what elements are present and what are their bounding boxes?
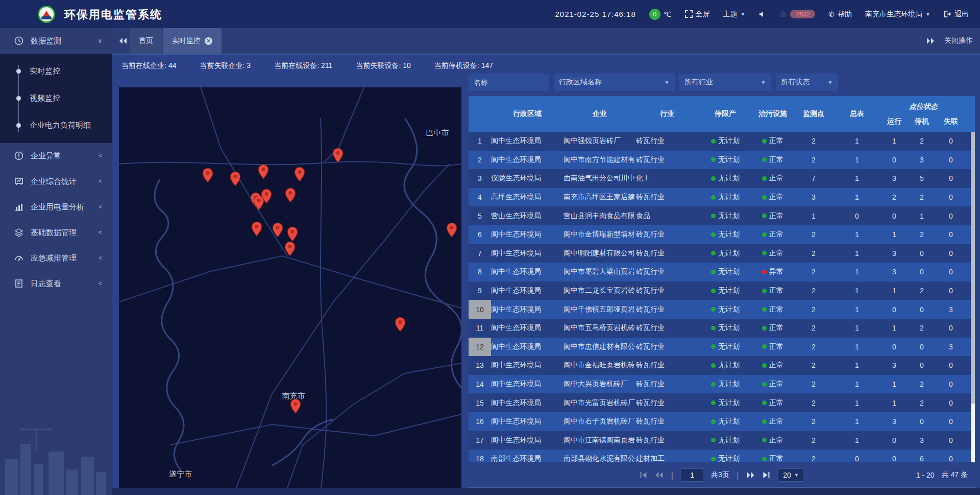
temperature: 0 ℃ bbox=[649, 9, 672, 20]
chevron-down-icon: ▼ bbox=[664, 79, 670, 85]
map-pin-icon[interactable] bbox=[284, 241, 296, 256]
sidebar-item-5[interactable]: 企业综合统计< bbox=[0, 169, 112, 194]
map-pin-icon[interactable] bbox=[332, 148, 344, 163]
next-page-button[interactable] bbox=[746, 472, 755, 479]
fullscreen-button[interactable]: 全屏 bbox=[685, 10, 710, 19]
map-pin-icon[interactable] bbox=[261, 188, 272, 204]
sidebar-item-label: 企业用电量分析 bbox=[31, 202, 84, 212]
cell-run: 3 bbox=[880, 244, 909, 263]
table-row[interactable]: 13阆中生态环境局阆中市金福旺页岩机砖砖瓦行业无计划正常21300 bbox=[469, 356, 975, 375]
double-chevron-left-icon bbox=[118, 37, 128, 44]
map-pin-icon[interactable] bbox=[294, 167, 305, 182]
table-row[interactable]: 4高坪生态环境局南充市高坪区王家店建砖瓦行业无计划正常31220 bbox=[469, 188, 975, 207]
cell-points: 2 bbox=[793, 375, 834, 394]
table-row[interactable]: 11阆中生态环境局阆中市五马桥页岩机砖砖瓦行业无计划正常21120 bbox=[469, 319, 975, 338]
help-button[interactable]: ✆ 帮助 bbox=[828, 10, 852, 19]
cell-stop: 3 bbox=[909, 151, 935, 170]
org-dropdown[interactable]: 南充市生态环境局 ▼ bbox=[865, 10, 930, 19]
table-scrollbar[interactable] bbox=[971, 132, 975, 462]
table-row[interactable]: 3仪陇生态环境局西南油气田分公司川中化工无计划正常71350 bbox=[469, 169, 975, 188]
scroll-tabs-left-button[interactable] bbox=[118, 28, 128, 54]
row-number: 13 bbox=[469, 356, 491, 375]
close-operations-button[interactable]: 关闭操作 bbox=[944, 28, 973, 54]
table-row[interactable]: 5营山生态环境局营山县润丰肉食品有限食品无计划正常10010 bbox=[469, 206, 975, 225]
last-page-button[interactable] bbox=[763, 472, 771, 479]
sidebar-item-1[interactable]: 实时监控 bbox=[0, 58, 112, 85]
cell-industry: 砖瓦行业 bbox=[636, 244, 698, 263]
last-page-icon bbox=[763, 472, 771, 479]
sidebar-item-2[interactable]: 视频监控 bbox=[0, 85, 112, 112]
row-number: 17 bbox=[469, 431, 491, 450]
table-row[interactable]: 6阆中生态环境局阆中市金博瑞新型墙材砖瓦行业无计划正常21120 bbox=[469, 225, 975, 244]
tab-1[interactable]: 实时监控✕ bbox=[163, 28, 222, 54]
map-pin-icon[interactable] bbox=[230, 171, 241, 186]
table-row[interactable]: 15阆中生态环境局阆中市光富页岩机砖厂砖瓦行业无计划正常21120 bbox=[469, 393, 975, 412]
sidebar-item-8[interactable]: 应急减排管理< bbox=[0, 245, 112, 271]
close-icon[interactable]: ✕ bbox=[205, 37, 212, 45]
status-dot-green bbox=[762, 400, 767, 405]
table-row[interactable]: 7阆中生态环境局阆中明阳建材有限公司砖瓦行业无计划正常21300 bbox=[469, 244, 975, 263]
sidebar-item-0[interactable]: 数据监测∨ bbox=[0, 28, 112, 54]
table-row[interactable]: 10阆中生态环境局阆中千佛镇五郎垭页岩砖瓦行业无计划正常21003 bbox=[469, 300, 975, 319]
table-row[interactable]: 12阆中生态环境局阆中市忠信建材有限公砖瓦行业无计划正常21003 bbox=[469, 338, 975, 357]
sidebar-item-4[interactable]: 企业异常< bbox=[0, 143, 112, 169]
map-pin-icon[interactable] bbox=[287, 226, 298, 242]
enterprise-table-panel: 行政区域 企业 行业 停限产 治污设施 监测点 总表 点位状态 运行 停机 失联… bbox=[469, 96, 975, 488]
page-number-input[interactable] bbox=[680, 468, 704, 482]
cell-company: 阆中大兴页岩机砖厂 bbox=[564, 375, 636, 394]
chevron-left-icon: < bbox=[99, 178, 102, 185]
map-pin-icon[interactable] bbox=[395, 317, 406, 332]
cell-stop: 0 bbox=[909, 263, 935, 281]
stat-value: 211 bbox=[321, 61, 332, 69]
cell-plan: 无计划 bbox=[698, 412, 752, 431]
map-pin-icon[interactable] bbox=[272, 222, 283, 238]
status-dot-green bbox=[711, 419, 716, 424]
sidebar-item-9[interactable]: 日志查看< bbox=[0, 271, 112, 296]
cell-meters: 1 bbox=[834, 225, 880, 244]
chevron-left-icon: < bbox=[99, 229, 102, 236]
table-row[interactable]: 16阆中生态环境局阆中市石子页岩机砖厂砖瓦行业无计划正常21300 bbox=[469, 412, 975, 431]
first-page-button[interactable] bbox=[639, 472, 647, 479]
table-row[interactable]: 1阆中生态环境局阆中强锐页岩砖厂砖瓦行业无计划正常21120 bbox=[469, 132, 975, 151]
map-panel[interactable]: 巴中市南充市遂宁市 ◀ bbox=[119, 87, 461, 488]
theme-dropdown[interactable]: 主题 ▼ bbox=[723, 10, 746, 19]
cell-meters: 1 bbox=[834, 188, 880, 207]
prev-page-button[interactable] bbox=[654, 472, 664, 479]
cell-region: 阆中生态环境局 bbox=[491, 356, 564, 375]
table-row[interactable]: 2阆中生态环境局阆中市南方节能建材有砖瓦行业无计划正常21030 bbox=[469, 151, 975, 170]
cell-industry: 砖瓦行业 bbox=[636, 225, 698, 244]
region-select[interactable]: 行政区域名称▼ bbox=[554, 74, 675, 91]
notifications[interactable]: 2632 bbox=[779, 10, 815, 18]
sidebar-item-3[interactable]: 企业电力负荷明细 bbox=[0, 112, 112, 139]
table-row[interactable]: 14阆中生态环境局阆中大兴页岩机砖厂砖瓦行业无计划正常21120 bbox=[469, 375, 975, 394]
cell-plan: 无计划 bbox=[698, 263, 752, 281]
sidebar-item-7[interactable]: 基础数据管理< bbox=[0, 220, 112, 245]
chevron-down-icon: ▼ bbox=[741, 11, 746, 17]
name-search-input[interactable] bbox=[469, 74, 549, 91]
map-pin-icon[interactable] bbox=[285, 187, 296, 203]
table-row[interactable]: 8阆中生态环境局阆中市枣碧大梁山页岩砖瓦行业无计划异常21300 bbox=[469, 263, 975, 281]
row-number: 4 bbox=[469, 188, 491, 207]
tab-0[interactable]: 首页 bbox=[130, 28, 163, 54]
logo-water-icon bbox=[41, 16, 52, 19]
logout-button[interactable]: 退出 bbox=[944, 10, 969, 19]
table-row[interactable]: 17阆中生态环境局阆中市江南镇阆南页岩砖瓦行业无计划正常21030 bbox=[469, 431, 975, 450]
scrollbar-thumb[interactable] bbox=[971, 132, 975, 404]
scroll-tabs-right-button[interactable] bbox=[926, 28, 935, 54]
chevron-down-icon: ▼ bbox=[761, 79, 766, 85]
sidebar-item-6[interactable]: 企业用电量分析< bbox=[0, 194, 112, 220]
cell-meters: 0 bbox=[834, 206, 880, 225]
table-row[interactable]: 9阆中生态环境局阆中市二龙长宝页岩砖砖瓦行业无计划正常21120 bbox=[469, 281, 975, 300]
page-size-select[interactable]: 20 ▼ bbox=[778, 468, 804, 482]
mute-button[interactable] bbox=[758, 11, 766, 18]
cell-industry: 砖瓦行业 bbox=[636, 431, 698, 450]
table-row[interactable]: 18南部生态环境局南部县砌化水泥有限公建材加工无计划正常20060 bbox=[469, 450, 975, 462]
map-pin-icon[interactable] bbox=[251, 221, 262, 237]
cell-stop: 2 bbox=[909, 188, 935, 207]
industry-select[interactable]: 所有行业▼ bbox=[679, 74, 771, 91]
status-select[interactable]: 所有状态▼ bbox=[776, 74, 838, 91]
map-pin-icon[interactable] bbox=[290, 398, 301, 414]
map-pin-icon[interactable] bbox=[258, 164, 269, 179]
map-pin-icon[interactable] bbox=[446, 222, 457, 238]
map-pin-icon[interactable] bbox=[202, 168, 213, 183]
